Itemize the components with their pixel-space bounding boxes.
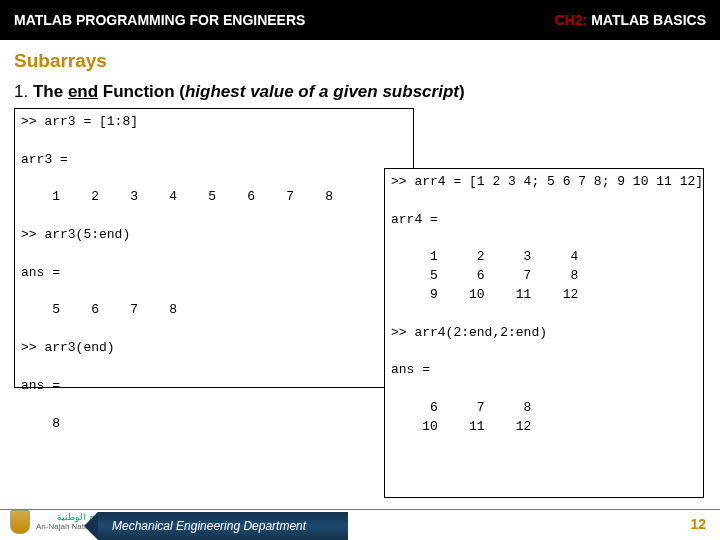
item-number: 1. [14, 82, 28, 101]
department-ribbon: Mechanical Engineering Department [98, 512, 348, 540]
header-course-title: MATLAB PROGRAMMING FOR ENGINEERS [14, 12, 305, 28]
chapter-tag: CH2: [555, 12, 588, 28]
university-logo-icon [10, 510, 30, 534]
item-close: ) [459, 82, 465, 101]
header-bar: MATLAB PROGRAMMING FOR ENGINEERS CH2: MA… [0, 0, 720, 40]
page-number: 12 [690, 516, 706, 532]
header-chapter: CH2: MATLAB BASICS [555, 12, 706, 28]
item-mid: Function ( [98, 82, 185, 101]
content-area: 1. The end Function (highest value of a … [0, 78, 720, 508]
item-pre: The [33, 82, 68, 101]
item-heading: 1. The end Function (highest value of a … [14, 82, 706, 102]
department-name: Mechanical Engineering Department [112, 519, 306, 533]
code-container: >> arr3 = [1:8] arr3 = 1 2 3 4 5 6 7 8 >… [14, 108, 706, 508]
code-box-arr3: >> arr3 = [1:8] arr3 = 1 2 3 4 5 6 7 8 >… [14, 108, 414, 388]
item-function-name: end [68, 82, 98, 101]
footer: جامعة النجاح الوطنية An-Najah National U… [0, 504, 720, 540]
section-title: Subarrays [0, 40, 720, 78]
code-box-arr4: >> arr4 = [1 2 3 4; 5 6 7 8; 9 10 11 12]… [384, 168, 704, 498]
chapter-name: MATLAB BASICS [591, 12, 706, 28]
item-paren: highest value of a given subscript [185, 82, 459, 101]
